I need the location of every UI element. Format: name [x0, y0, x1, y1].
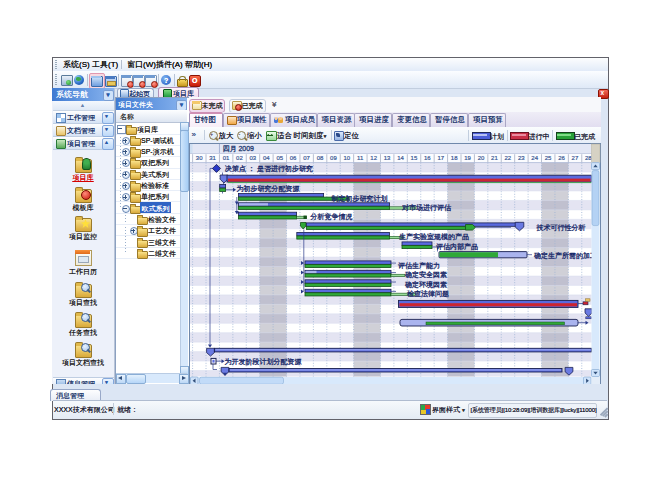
svg-text:17: 17: [437, 155, 444, 161]
svg-text:19: 19: [464, 155, 471, 161]
svg-text:为初步研究分配资源: 为初步研究分配资源: [237, 185, 300, 193]
svg-text:确定安全因素: 确定安全因素: [404, 271, 447, 279]
svg-text:确定生产所需的加工: 确定生产所需的加工: [533, 252, 597, 260]
svg-text:31: 31: [209, 155, 216, 161]
svg-text:为开发阶段计划分配资源: 为开发阶段计划分配资源: [225, 358, 302, 366]
svg-text:13: 13: [384, 155, 391, 161]
svg-text:对市场进行评估: 对市场进行评估: [402, 203, 451, 212]
svg-text:08: 08: [317, 155, 324, 161]
svg-text:21: 21: [491, 155, 498, 161]
svg-text:确定环境因素: 确定环境因素: [404, 280, 447, 289]
svg-text:检查法律问题: 检查法律问题: [407, 290, 449, 298]
svg-text:16: 16: [424, 155, 431, 161]
svg-text:02: 02: [236, 155, 243, 161]
svg-text:03: 03: [250, 155, 257, 161]
svg-text:27: 27: [572, 155, 579, 161]
svg-text:14: 14: [397, 155, 404, 161]
svg-text:30: 30: [196, 155, 203, 161]
svg-text:01: 01: [223, 155, 230, 161]
svg-text:生产实验室规模的产品: 生产实验室规模的产品: [399, 233, 469, 241]
svg-text:11: 11: [357, 155, 364, 161]
svg-text:22: 22: [505, 155, 512, 161]
svg-text:12: 12: [370, 155, 377, 161]
svg-text:分析竞争情况: 分析竞争情况: [310, 213, 353, 221]
svg-text:07: 07: [303, 155, 310, 161]
svg-text:24: 24: [531, 155, 538, 161]
svg-text:评估生产能力: 评估生产能力: [398, 262, 440, 270]
svg-text:技术可行性分析: 技术可行性分析: [536, 224, 586, 232]
svg-text:05: 05: [276, 155, 283, 161]
svg-text:10: 10: [343, 155, 350, 161]
svg-text:23: 23: [518, 155, 525, 161]
svg-text:20: 20: [478, 155, 485, 161]
svg-text:09: 09: [330, 155, 337, 161]
svg-text:四月 2009: 四月 2009: [223, 145, 255, 153]
svg-text:25: 25: [545, 155, 552, 161]
svg-text:06: 06: [290, 155, 297, 161]
svg-text:评估内部产品: 评估内部产品: [436, 243, 478, 251]
svg-text:04: 04: [263, 155, 270, 161]
svg-text:制定初步研究计划: 制定初步研究计划: [331, 195, 388, 203]
svg-text:决策点 ： 是否进行初步研究: 决策点 ： 是否进行初步研究: [225, 165, 313, 173]
svg-text:26: 26: [558, 155, 565, 161]
svg-text:15: 15: [411, 155, 418, 161]
svg-text:18: 18: [451, 155, 458, 161]
